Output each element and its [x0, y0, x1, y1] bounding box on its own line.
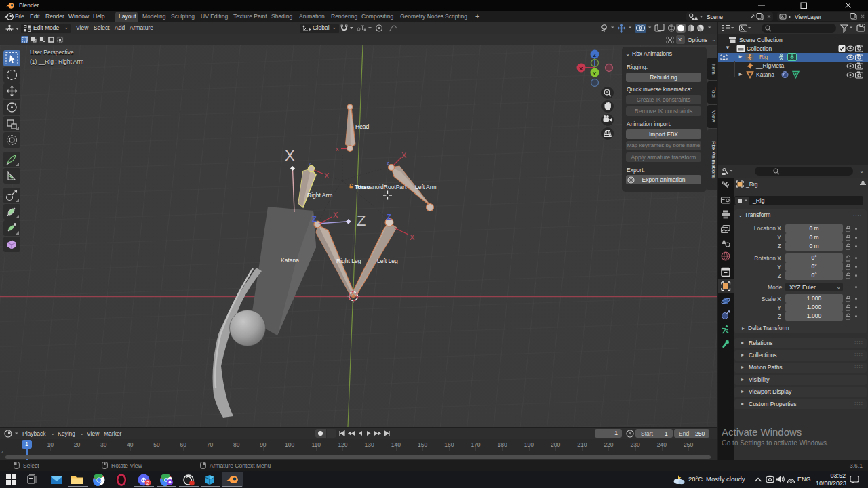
svg-text:X: X [401, 151, 407, 159]
svg-text:Torso: Torso [355, 184, 370, 190]
svg-text:Left Arm: Left Arm [415, 184, 437, 190]
svg-text:X: X [324, 171, 330, 180]
svg-text:X: X [285, 147, 295, 164]
svg-text:X: X [579, 66, 583, 72]
svg-text:z: z [309, 161, 311, 167]
svg-text:Head: Head [355, 123, 370, 130]
svg-text:Right Arm: Right Arm [307, 192, 332, 199]
svg-text:Z: Z [593, 52, 596, 58]
svg-text:X: X [410, 233, 415, 241]
svg-text:Z: Z [387, 213, 391, 221]
svg-text:X: X [333, 211, 338, 219]
svg-text:Left Leg: Left Leg [377, 258, 398, 264]
svg-text:Katana: Katana [281, 257, 299, 264]
svg-text:2: 2 [146, 481, 149, 485]
svg-text:x: x [336, 146, 339, 152]
svg-text:Right Leg: Right Leg [336, 258, 361, 264]
svg-text:z: z [387, 160, 389, 166]
svg-text:Z: Z [312, 215, 317, 223]
svg-text:Z: Z [357, 212, 366, 229]
svg-text:Y: Y [593, 70, 597, 77]
